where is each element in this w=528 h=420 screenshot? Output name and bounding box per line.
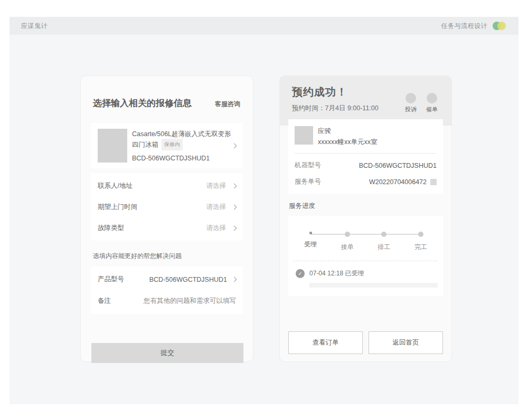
avatar (295, 126, 313, 145)
customer-name: 应骏 (318, 127, 378, 136)
customer-address: xxxxxx幢xx单元xx室 (318, 138, 378, 147)
repair-form-title: 选择输入相关的报修信息 (93, 97, 192, 109)
product-name-line1: Casarte/506L超薄嵌入式无双变形 (132, 129, 232, 139)
step-accepted: 受理 (299, 232, 322, 252)
product-name-line2: 四门冰箱保修内 (132, 139, 232, 150)
order-info-panel: 应骏 xxxxxx幢xx单元xx室 机器型号 BCD-506WGCTDJSHUD… (288, 119, 443, 194)
product-image-placeholder (98, 129, 127, 163)
step-dot-icon (418, 232, 423, 237)
booking-success-card: 预约成功！ 预约时间：7月4日 9:00-11:00 投诉 催单 (279, 75, 452, 362)
booking-header: 预约成功！ 预约时间：7月4日 9:00-11:00 投诉 催单 (280, 76, 451, 126)
stepper-track (310, 234, 421, 235)
collaborator-dots-icon (493, 22, 506, 30)
urge-order-icon (427, 93, 437, 103)
booking-footer-buttons: 查看订单 返回首页 (288, 331, 443, 354)
optional-fields-panel: 产品型号 BCD-506WGCTDJSHUD1 备注 您有其他的问题和需求可以填… (91, 266, 243, 314)
copy-icon[interactable] (430, 179, 437, 185)
canvas-area: 选择输入相关的报修信息 客服咨询 Casarte/506L超薄嵌入式无双变形 四… (10, 35, 518, 404)
product-row[interactable]: Casarte/506L超薄嵌入式无双变形 四门冰箱保修内 BCD-506WGC… (91, 123, 243, 168)
progress-log-row: 07-04 12:18 已受理 (294, 269, 438, 278)
booking-time: 预约时间：7月4日 9:00-11:00 (292, 104, 379, 113)
repair-form-card: 选择输入相关的报修信息 客服咨询 Casarte/506L超薄嵌入式无双变形 四… (80, 75, 253, 362)
chevron-right-icon (232, 183, 237, 188)
step-completed: 完工 (409, 232, 432, 252)
progress-log-text: 07-04 12:18 已受理 (309, 269, 364, 278)
step-taken: 接单 (336, 232, 359, 252)
topbar-right-group: 任务与流程设计 (441, 22, 506, 31)
top-bar: 应谋鬼计 任务与流程设计 (10, 17, 518, 35)
chevron-right-icon (232, 225, 237, 231)
required-fields-panel: 联系人/地址 请选择 期望上门时间 请选择 故障类型 请选择 (91, 173, 243, 241)
field-fault-type[interactable]: 故障类型 请选择 (91, 217, 243, 238)
back-home-button[interactable]: 返回首页 (369, 331, 443, 354)
progress-stepper: 受理 接单 排工 完工 (294, 232, 438, 252)
step-dot-icon (381, 232, 386, 237)
product-info: Casarte/506L超薄嵌入式无双变形 四门冰箱保修内 BCD-506WGC… (132, 129, 232, 162)
divider (295, 153, 437, 154)
service-progress-title: 服务进度 (289, 202, 451, 211)
customer-info: 应骏 xxxxxx幢xx单元xx室 (318, 126, 378, 147)
warranty-badge: 保修内 (162, 139, 183, 150)
repair-form-header: 选择输入相关的报修信息 客服咨询 (81, 76, 253, 109)
chevron-right-icon (232, 204, 237, 209)
step-scheduled: 排工 (372, 232, 395, 252)
optional-hint: 选填内容能更好的帮您解决问题 (93, 252, 253, 261)
field-product-model[interactable]: 产品型号 BCD-506WGCTDJSHUD1 (91, 269, 243, 290)
prototype-page: 应谋鬼计 任务与流程设计 选择输入相关的报修信息 客服咨询 Casarte/50… (0, 0, 528, 420)
step-dot-icon (309, 232, 312, 234)
yellow-dot-icon (497, 22, 506, 30)
note-placeholder: 您有其他的问题和需求可以填写 (144, 297, 236, 306)
dashed-divider (294, 261, 438, 261)
submit-button[interactable]: 提交 (91, 343, 243, 363)
view-order-button[interactable]: 查看订单 (288, 331, 363, 354)
product-model: BCD-506WGCTDJSHUD1 (132, 155, 232, 162)
field-visit-time[interactable]: 期望上门时间 请选择 (91, 196, 243, 217)
project-title: 任务与流程设计 (441, 22, 488, 31)
complaint-icon (406, 93, 416, 103)
step-dot-icon (345, 232, 350, 237)
booking-title: 预约成功！ (292, 85, 379, 99)
log-placeholder-bar (309, 283, 438, 288)
chevron-right-icon (232, 277, 237, 282)
service-number-row: 服务单号 W20220704006472 (295, 177, 437, 186)
check-icon (296, 269, 305, 278)
field-note[interactable]: 备注 您有其他的问题和需求可以填写 (91, 290, 243, 312)
customer-row: 应骏 xxxxxx幢xx单元xx室 (295, 126, 437, 147)
service-progress-panel: 受理 接单 排工 完工 (288, 216, 443, 296)
app-title: 应谋鬼计 (21, 22, 48, 31)
chevron-right-icon (232, 143, 237, 148)
machine-model-row: 机器型号 BCD-506WGCTDJSHUD1 (295, 161, 437, 170)
field-contact-address[interactable]: 联系人/地址 请选择 (91, 175, 243, 196)
customer-service-link[interactable]: 客服咨询 (215, 100, 240, 109)
